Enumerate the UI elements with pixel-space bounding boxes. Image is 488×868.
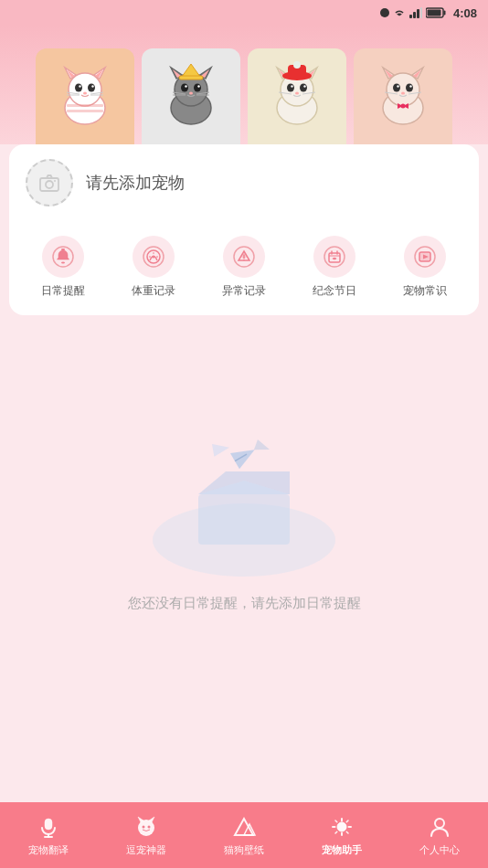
svg-point-52 bbox=[295, 91, 299, 94]
svg-point-9 bbox=[69, 73, 101, 106]
svg-rect-2 bbox=[413, 12, 416, 18]
svg-point-31 bbox=[181, 83, 188, 91]
svg-rect-78 bbox=[61, 249, 65, 250]
notification-icon bbox=[380, 8, 389, 17]
svg-rect-7 bbox=[443, 11, 445, 16]
svg-rect-104 bbox=[45, 819, 52, 830]
weight-record-icon-wrap bbox=[133, 236, 175, 278]
abnormal-record-icon-wrap bbox=[223, 236, 265, 278]
features-row: 日常提醒 体重记录 bbox=[9, 236, 479, 315]
nav-profile-label: 个人中心 bbox=[419, 843, 460, 857]
mountain-icon bbox=[231, 814, 257, 840]
svg-point-76 bbox=[54, 180, 56, 182]
svg-point-79 bbox=[61, 262, 65, 264]
svg-point-32 bbox=[194, 83, 201, 91]
signal-icon bbox=[409, 7, 422, 18]
pet-knowledge-icon-wrap bbox=[404, 236, 446, 278]
svg-point-108 bbox=[143, 825, 145, 828]
svg-line-119 bbox=[335, 820, 337, 822]
svg-point-114 bbox=[337, 822, 346, 831]
feature-daily-reminder[interactable]: 日常提醒 bbox=[18, 236, 109, 299]
camera-icon bbox=[38, 172, 60, 194]
feature-weight-record[interactable]: 体重记录 bbox=[109, 236, 199, 299]
nav-item-pet-translate[interactable]: 宠物翻译 bbox=[0, 802, 98, 868]
svg-point-64 bbox=[393, 83, 400, 91]
svg-rect-99 bbox=[198, 494, 290, 545]
anniversary-label: 纪念节日 bbox=[313, 283, 356, 299]
svg-point-14 bbox=[75, 83, 82, 91]
daily-reminder-label: 日常提醒 bbox=[41, 283, 85, 299]
daily-reminder-icon-wrap bbox=[42, 236, 84, 278]
weight-icon bbox=[142, 245, 165, 269]
svg-point-33 bbox=[185, 85, 186, 87]
empty-state-content: 您还没有日常提醒，请先添加日常提醒 bbox=[0, 315, 488, 708]
cat-card-3 bbox=[248, 48, 346, 144]
svg-point-50 bbox=[291, 85, 292, 87]
feature-anniversary[interactable]: 纪念节日 bbox=[289, 236, 379, 299]
main-card: 请先添加宠物 日常提醒 bbox=[9, 144, 479, 315]
cat-illustration-1 bbox=[48, 60, 122, 133]
header-banner bbox=[0, 26, 488, 144]
svg-rect-6 bbox=[427, 10, 440, 16]
abnormal-record-label: 异常记录 bbox=[222, 283, 266, 299]
svg-rect-24 bbox=[67, 110, 103, 112]
svg-point-66 bbox=[397, 85, 398, 87]
nav-pet-translate-label: 宠物翻译 bbox=[28, 843, 69, 857]
nav-item-profile[interactable]: 个人中心 bbox=[390, 802, 488, 868]
svg-line-121 bbox=[335, 831, 337, 833]
svg-point-123 bbox=[435, 819, 444, 828]
anniversary-icon-wrap bbox=[313, 236, 355, 278]
svg-point-90 bbox=[324, 247, 345, 267]
nav-item-pet-toys[interactable]: 逗宠神器 bbox=[98, 802, 196, 868]
pet-knowledge-label: 宠物常识 bbox=[403, 283, 447, 299]
svg-line-120 bbox=[346, 820, 348, 822]
svg-rect-1 bbox=[409, 15, 412, 18]
bottom-nav: 宠物翻译 逗宠神器 猫狗壁纸 bbox=[0, 802, 488, 868]
status-icons bbox=[380, 7, 446, 18]
svg-point-17 bbox=[91, 85, 93, 87]
svg-point-88 bbox=[243, 259, 245, 261]
empty-box-svg bbox=[180, 430, 308, 558]
svg-point-75 bbox=[46, 181, 53, 188]
empty-illustration bbox=[153, 412, 335, 577]
svg-marker-40 bbox=[182, 64, 200, 77]
svg-point-16 bbox=[79, 85, 80, 87]
svg-line-122 bbox=[346, 831, 348, 833]
profile-icon bbox=[427, 814, 452, 840]
svg-point-67 bbox=[409, 85, 411, 87]
empty-state-area: 您还没有日常提醒，请先添加日常提醒 bbox=[0, 315, 488, 726]
svg-point-0 bbox=[380, 8, 389, 17]
nav-item-cat-wallpaper[interactable]: 猫狗壁纸 bbox=[196, 802, 293, 868]
assistant-icon bbox=[329, 814, 355, 840]
nav-cat-wallpaper-label: 猫狗壁纸 bbox=[224, 843, 264, 857]
mic-icon bbox=[36, 814, 61, 840]
cat-illustration-4 bbox=[366, 60, 440, 133]
svg-rect-3 bbox=[417, 9, 419, 18]
alert-icon bbox=[232, 245, 256, 269]
svg-rect-23 bbox=[67, 104, 103, 107]
svg-marker-102 bbox=[212, 440, 230, 456]
cats-row bbox=[0, 39, 488, 144]
status-time: 4:08 bbox=[453, 6, 477, 20]
feature-abnormal-record[interactable]: 异常记录 bbox=[199, 236, 290, 299]
svg-rect-4 bbox=[420, 7, 422, 18]
svg-point-51 bbox=[303, 85, 305, 87]
cat-illustration-2 bbox=[154, 60, 228, 133]
pet-profile-section[interactable]: 请先添加宠物 bbox=[9, 144, 479, 217]
wifi-icon bbox=[393, 7, 406, 18]
nav-item-pet-assistant[interactable]: 宠物助手 bbox=[292, 802, 390, 868]
feature-pet-knowledge[interactable]: 宠物常识 bbox=[379, 236, 470, 299]
nav-pet-toys-label: 逗宠神器 bbox=[126, 843, 166, 857]
svg-point-57 bbox=[293, 61, 301, 69]
weight-record-label: 体重记录 bbox=[132, 283, 175, 299]
svg-point-34 bbox=[197, 85, 199, 87]
add-pet-photo-button[interactable] bbox=[26, 159, 73, 206]
battery-icon bbox=[426, 7, 446, 18]
toys-icon bbox=[133, 814, 159, 840]
svg-point-82 bbox=[153, 256, 155, 259]
svg-point-48 bbox=[287, 83, 294, 91]
bell-icon bbox=[51, 245, 75, 269]
cat-card-2 bbox=[142, 48, 240, 144]
svg-point-68 bbox=[401, 91, 405, 94]
svg-point-18 bbox=[83, 91, 87, 94]
